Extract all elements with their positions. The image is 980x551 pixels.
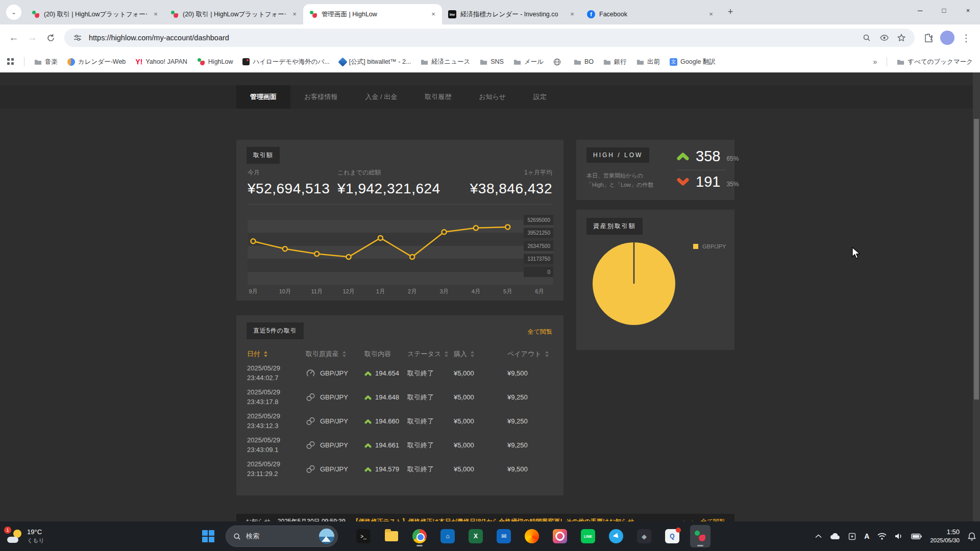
table-row[interactable]: 2025/05/2923:43:09.1 GBP/JPY 194.661 取引終…	[247, 433, 552, 457]
bookmark-folder-mail[interactable]: メール	[513, 58, 544, 66]
tab-close-icon[interactable]: ×	[706, 10, 716, 19]
reload-button[interactable]	[42, 29, 59, 46]
bookmark-folder-sns[interactable]: SNS	[480, 58, 504, 65]
bookmark-calendar-web[interactable]: カレンダー-Web	[67, 58, 126, 66]
url-text[interactable]: https://highlow.com/my-account/dashboard	[89, 34, 855, 42]
tab-1[interactable]: (20) 取引 | HighLowプラットフォー− ×	[26, 4, 164, 24]
nav-tab-settings[interactable]: 設定	[520, 85, 560, 109]
bookmark-bitwallet[interactable]: [公式] bitwallet™ - 2...	[339, 58, 411, 66]
tab-active-dashboard[interactable]: 管理画面 | HighLow ×	[303, 4, 442, 24]
nav-tab-deposit-withdraw[interactable]: 入金 / 出金	[351, 85, 411, 109]
taskbar-search-box[interactable]: 検索	[226, 525, 338, 547]
lens-search-icon[interactable]	[861, 32, 873, 44]
taskbar-chrome-app[interactable]	[409, 525, 430, 547]
table-row[interactable]: 2025/05/2923:11:29.2 GBP/JPY 194.579 取引終…	[247, 457, 552, 481]
bookmark-google-translate[interactable]: 文 Google 翻訳	[670, 58, 716, 66]
tab-investing[interactable]: Inv 経済指標カレンダー - Investing.co ×	[442, 4, 581, 24]
column-header-content[interactable]: 取引内容	[364, 349, 407, 359]
nav-tab-trade-history[interactable]: 取引履歴	[411, 85, 465, 109]
minimize-button[interactable]: ─	[908, 0, 932, 20]
bookmark-star-icon[interactable]	[895, 32, 908, 44]
column-header-payout[interactable]: ペイアウト	[507, 349, 552, 359]
taskbar-telegram-app[interactable]	[606, 525, 626, 547]
weather-widget[interactable]: 1 19°C くもり	[6, 521, 44, 551]
bookmark-globe[interactable]	[553, 58, 564, 66]
tray-chevron-up-icon[interactable]	[815, 534, 822, 538]
sort-icon	[263, 351, 268, 357]
column-header-asset[interactable]: 取引原資産	[306, 349, 364, 359]
taskbar-dark-app[interactable]: ◆	[634, 525, 654, 547]
column-header-purchase[interactable]: 購入	[454, 349, 507, 359]
nav-tab-notices[interactable]: お知らせ	[465, 85, 520, 109]
taskbar-highlow-app-active[interactable]	[690, 525, 710, 547]
page-scrollbar-track[interactable]	[973, 72, 980, 521]
start-button[interactable]	[198, 525, 218, 547]
tab-2[interactable]: (20) 取引 | HighLowプラットフォー− ×	[164, 4, 303, 24]
table-row[interactable]: 2025/05/2923:43:12.3 GBP/JPY 194.660 取引終…	[247, 409, 552, 433]
back-button[interactable]: ←	[5, 29, 22, 46]
page-scrollbar-thumb[interactable]	[974, 119, 979, 399]
taskbar-photos-app[interactable]	[550, 525, 570, 547]
browser-menu-kebab-icon[interactable]: ⋮	[958, 29, 975, 46]
taskbar-excel-app[interactable]: X	[465, 525, 486, 547]
speaker-icon[interactable]	[895, 533, 903, 540]
taskbar-browser-app[interactable]	[522, 525, 542, 547]
bookmark-music[interactable]: 音楽	[34, 58, 58, 66]
bookmarks-overflow-chevron[interactable]: »	[873, 58, 877, 66]
search-highlight-image[interactable]	[319, 529, 334, 544]
nav-tab-dashboard[interactable]: 管理画面	[236, 85, 290, 109]
taskbar-file-explorer-app[interactable]	[381, 525, 402, 547]
ime-mode-indicator[interactable]: A	[864, 532, 869, 540]
chain-links-icon	[306, 392, 315, 402]
taskbar-line-app[interactable]: LINE	[578, 525, 598, 547]
stat-value: ¥38,846,432	[470, 181, 552, 197]
bookmark-folder-bank[interactable]: 銀行	[603, 58, 627, 66]
battery-icon[interactable]	[911, 534, 922, 539]
table-row[interactable]: 2025/05/2923:44:02.7 GBP/JPY 194.654 取引終…	[247, 361, 552, 385]
extensions-puzzle-icon[interactable]	[920, 29, 937, 46]
apps-grid-icon[interactable]	[7, 58, 14, 65]
taskbar-terminal-app[interactable]: >_	[353, 525, 374, 547]
bookmark-folder-bo[interactable]: BO	[574, 58, 594, 65]
nav-tab-customer-info[interactable]: お客様情報	[290, 85, 351, 109]
bookmark-folder-economic-news[interactable]: 経済ニュース	[421, 58, 470, 66]
tab-close-icon[interactable]: ×	[151, 10, 160, 19]
onedrive-cloud-icon[interactable]	[830, 533, 840, 540]
tab-facebook[interactable]: f Facebook ×	[581, 4, 720, 24]
tab-close-icon[interactable]: ×	[429, 10, 438, 19]
notice-view-all-link[interactable]: 全て閲覧	[701, 517, 725, 522]
taskbar-mail-app[interactable]: ✉	[494, 525, 514, 547]
bookmark-highlow[interactable]: HighLow	[197, 58, 233, 66]
notice-message[interactable]: 【価格修正テスト】価格修正は本日が最終日!8/1から合格締切の時間帯変更!..そ…	[353, 517, 676, 522]
table-row[interactable]: 2025/05/2923:43:17.8 GBP/JPY 194.648 取引終…	[247, 385, 552, 409]
bookmark-hilo-demo[interactable]: ハイローデモや海外のバ...	[242, 58, 329, 66]
maximize-button[interactable]: □	[932, 0, 956, 20]
forward-button[interactable]: →	[23, 29, 41, 46]
bookmark-yahoo-japan[interactable]: Y! Yahoo! JAPAN	[135, 58, 187, 66]
wifi-icon[interactable]	[877, 533, 887, 540]
stat-total: これまでの総額 ¥1,942,321,624	[337, 168, 440, 197]
all-bookmarks[interactable]: すべてのブックマーク	[897, 58, 973, 66]
taskbar-badged-app[interactable]: Q	[662, 525, 682, 547]
column-header-status[interactable]: ステータス	[407, 349, 454, 359]
tray-app-icon[interactable]	[848, 533, 856, 540]
legend-label: GBP/JPY	[702, 243, 726, 249]
column-header-date[interactable]: 日付	[247, 349, 306, 359]
bookmark-label: BO	[584, 58, 594, 65]
tab-search-button[interactable]: ⌄	[6, 5, 21, 20]
tab-close-icon[interactable]: ×	[290, 10, 299, 19]
highlow-app-icon	[693, 529, 707, 543]
address-bar[interactable]: https://highlow.com/my-account/dashboard	[64, 29, 915, 47]
notification-bell-icon[interactable]	[968, 532, 976, 541]
reading-mode-eye-icon[interactable]	[878, 32, 890, 44]
taskbar-clock[interactable]: 1:50 2025/05/30	[930, 528, 960, 544]
tab-close-icon[interactable]: ×	[568, 10, 577, 19]
taskbar-store-app[interactable]: ⌂	[437, 525, 458, 547]
chain-links-icon	[306, 464, 315, 474]
bookmark-folder-demae[interactable]: 出前	[636, 58, 660, 66]
profile-avatar[interactable]	[940, 31, 954, 45]
view-all-link[interactable]: 全て閲覧	[528, 328, 552, 336]
new-tab-button[interactable]: +	[723, 4, 738, 19]
site-settings-icon[interactable]	[71, 32, 84, 44]
close-button[interactable]: ×	[956, 0, 980, 20]
